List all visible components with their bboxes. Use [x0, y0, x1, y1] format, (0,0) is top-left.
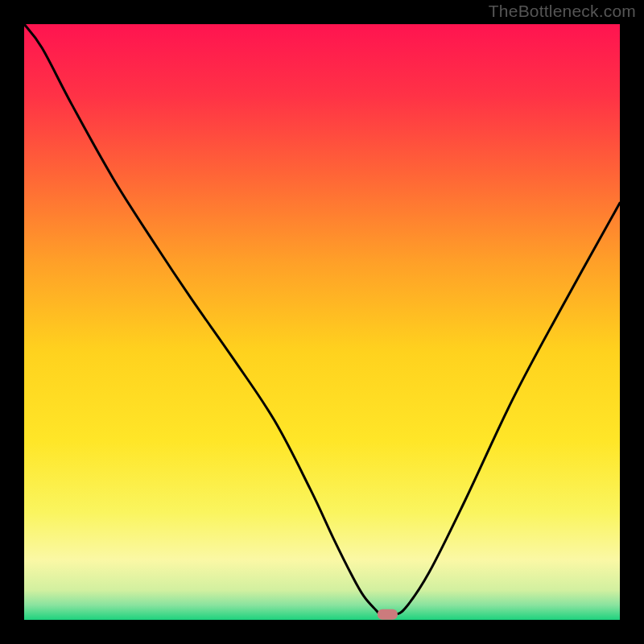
- optimum-marker: [378, 609, 398, 620]
- plot-background: [24, 24, 620, 620]
- chart-container: TheBottleneck.com: [0, 0, 644, 644]
- bottleneck-chart: [0, 0, 644, 644]
